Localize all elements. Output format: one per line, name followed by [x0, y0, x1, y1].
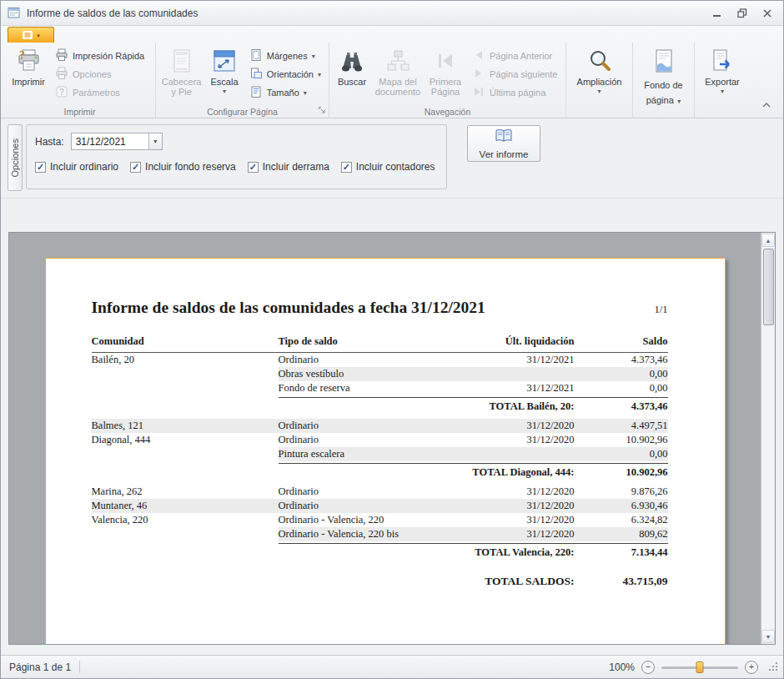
report-data-row: Obras vestíbulo0,00	[92, 367, 668, 381]
vertical-scrollbar[interactable]: ▲ ▼	[761, 233, 775, 644]
opciones-button: Opciones	[50, 65, 149, 83]
checkbox-box[interactable]: ✓	[341, 162, 352, 173]
dialog-launcher-icon[interactable]	[318, 105, 326, 117]
close-button[interactable]	[755, 4, 780, 23]
preview-viewport[interactable]: Informe de saldos de las comunidades a f…	[9, 233, 761, 644]
previous-page-icon	[472, 48, 485, 63]
buscar-button[interactable]: Buscar	[332, 44, 372, 106]
hasta-date-combo[interactable]: 31/12/2021 ▾	[71, 133, 163, 150]
scroll-up-button[interactable]: ▲	[761, 234, 775, 247]
scroll-down-button[interactable]: ▼	[761, 630, 775, 643]
checkbox-box[interactable]: ✓	[248, 162, 259, 173]
report-data-row: Balmes, 121Ordinario31/12/20204.497,51	[92, 419, 668, 433]
orientacion-button[interactable]: Orientación ▾	[244, 65, 326, 83]
chevron-down-icon: ▾	[318, 71, 321, 78]
scrollbar-thumb[interactable]	[763, 249, 774, 325]
titlebar: Informe de saldos de las comunidades	[1, 1, 783, 26]
pagina-anterior-label: Página Anterior	[490, 51, 552, 61]
document-preview: Informe de saldos de las comunidades a f…	[8, 232, 776, 645]
printer-options-icon	[55, 67, 68, 82]
pagina-siguiente-button: Página siguiente	[467, 65, 562, 83]
impresion-rapida-button[interactable]: Impresión Rápida	[50, 47, 149, 65]
exportar-button[interactable]: Exportar ▾	[699, 44, 746, 106]
group-label-configurar-pagina: Configurar Página	[157, 106, 328, 118]
imprimir-label: Imprimir	[12, 77, 45, 87]
checkbox-label: Incluir ordinario	[50, 161, 118, 173]
checkbox-box[interactable]: ✓	[130, 162, 141, 173]
opciones-label: Opciones	[73, 69, 111, 79]
app-menu-button[interactable]: ▾	[8, 27, 54, 43]
restore-button[interactable]	[730, 4, 755, 23]
collapse-ribbon-button[interactable]	[758, 98, 775, 112]
chevron-down-icon: ▾	[677, 98, 681, 105]
primera-pagina-label: Primera Página	[426, 77, 465, 97]
report-total-row: TOTAL Bailén, 20:4.373,46	[92, 397, 668, 413]
fondo-pagina-button[interactable]: Fondo de página ▾	[637, 44, 691, 108]
checkbox-box[interactable]: ✓	[35, 162, 46, 173]
ultima-pagina-label: Última página	[490, 88, 545, 98]
report-data-row: Pintura escalera0,00	[92, 447, 668, 461]
statusbar-separator	[79, 661, 80, 673]
tamano-button[interactable]: Tamaño ▾	[244, 83, 326, 102]
group-label-empty	[567, 106, 631, 118]
report-data-row: Diagonal, 444Ordinario31/12/202010.902,9…	[92, 433, 668, 447]
ribbon-group-fondo: Fondo de página ▾	[633, 43, 695, 118]
report-data-row: Marina, 262Ordinario31/12/20209.876,26	[92, 485, 668, 499]
ver-informe-button[interactable]: Ver informe	[467, 125, 540, 162]
pagina-siguiente-label: Página siguiente	[490, 69, 557, 79]
checkbox-incluir-contadores[interactable]: ✓Incluir contadores	[341, 161, 435, 173]
next-page-icon	[472, 67, 485, 82]
col-header-tipo-saldo: Tipo de saldo	[279, 335, 475, 348]
report-data-row: Ordinario - Valencia, 220 bis31/12/20208…	[92, 527, 668, 541]
cabecera-pie-label: Cabecera y Pie	[161, 77, 202, 97]
export-icon	[709, 48, 736, 74]
checkbox-incluir-ordinario[interactable]: ✓Incluir ordinario	[35, 161, 118, 173]
zoom-out-button[interactable]: −	[641, 661, 655, 674]
exportar-label: Exportar	[705, 77, 740, 87]
printer-question-icon: ?	[15, 48, 42, 74]
parametros-button: ? Parámetros	[50, 83, 149, 102]
tamano-label: Tamaño	[267, 88, 299, 98]
checkbox-label: Incluir fondo reserva	[145, 161, 236, 173]
options-panel: Opciones Hasta: 31/12/2021 ▾ ✓Incluir or…	[1, 118, 783, 199]
hasta-date-value: 31/12/2021	[72, 133, 148, 149]
report-data-row: Valencia, 220Ordinario - Valencia, 22031…	[92, 513, 668, 527]
orientacion-label: Orientación	[267, 69, 314, 79]
ver-informe-label: Ver informe	[480, 149, 529, 159]
ampliacion-label: Ampliación	[577, 77, 622, 87]
report-rows: Bailén, 20Ordinario31/12/20214.373,46Obr…	[92, 353, 668, 559]
checkbox-incluir-fondo-reserva[interactable]: ✓Incluir fondo reserva	[130, 161, 236, 173]
report-data-row: Fondo de reserva31/12/20210,00	[92, 381, 668, 395]
minimize-button[interactable]	[705, 4, 730, 23]
impresion-rapida-label: Impresión Rápida	[73, 51, 144, 61]
window-icon	[8, 7, 21, 20]
checkbox-incluir-derrama[interactable]: ✓Incluir derrama	[248, 161, 329, 173]
report-grand-total-row: TOTAL SALDOS: 43.715,09	[92, 572, 668, 588]
svg-text:?: ?	[59, 88, 64, 97]
printer-icon	[55, 48, 68, 63]
statusbar: Página 1 de 1 100% − +	[1, 655, 783, 678]
chevron-down-icon: ▾	[721, 88, 724, 95]
ribbon-group-ampliacion: Ampliación ▾	[566, 43, 633, 118]
ribbon-group-navegacion: Buscar Mapa del documento Primera Página	[329, 43, 566, 118]
escala-label: Escala	[210, 77, 238, 87]
imprimir-button[interactable]: ? Imprimir	[7, 44, 50, 106]
options-tab[interactable]: Opciones	[8, 124, 23, 191]
escala-button[interactable]: Escala ▾	[204, 44, 244, 106]
page-size-icon	[249, 85, 263, 100]
zoom-slider[interactable]	[661, 661, 738, 674]
margenes-button[interactable]: Márgenes ▾	[244, 47, 326, 65]
ampliacion-button[interactable]: Ampliación ▾	[571, 44, 628, 106]
ribbon-group-exportar: Exportar ▾	[695, 43, 750, 118]
report-header-row: Comunidad Tipo de saldo Últ. liquidación…	[92, 335, 668, 353]
ribbon-group-configurar-pagina: Cabecera y Pie Escala ▾ Márgenes ▾	[156, 43, 329, 118]
mapa-documento-button: Mapa del documento	[372, 44, 424, 106]
resize-grip[interactable]	[768, 661, 779, 672]
grand-total-label: TOTAL SALDOS:	[279, 575, 575, 588]
svg-text:?: ?	[19, 49, 25, 62]
zoom-slider-thumb[interactable]	[696, 661, 704, 673]
group-label-empty	[696, 106, 749, 118]
zoom-in-button[interactable]: +	[745, 661, 758, 674]
combo-dropdown-button[interactable]: ▾	[148, 133, 162, 149]
header-footer-icon	[168, 48, 195, 74]
